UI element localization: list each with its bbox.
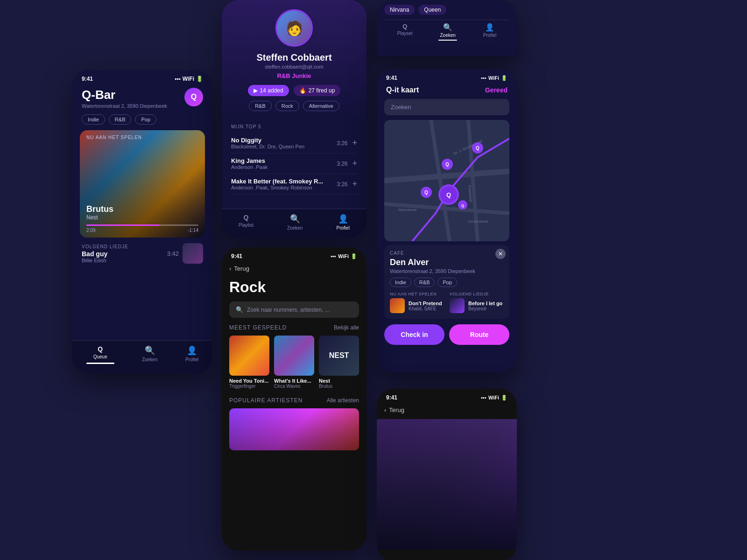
vtag-indie[interactable]: Indie: [390, 278, 411, 287]
genre-rock[interactable]: Rock: [275, 101, 299, 111]
svg-text:Nanostraat: Nanostraat: [398, 208, 417, 212]
current-time: 2:09: [86, 228, 95, 233]
album-item-2[interactable]: What's It Like... Circa Waves: [274, 336, 314, 389]
add-btn-1[interactable]: +: [352, 138, 357, 148]
alle-artiesten-link[interactable]: Alle artiesten: [327, 397, 359, 404]
search-placeholder-5: Zoek naar nummers, artiesten, ...: [247, 307, 330, 313]
nav-search-label: Zoeken: [142, 357, 157, 362]
svg-text:Q: Q: [461, 203, 464, 208]
wifi-4: WiFi: [488, 75, 499, 81]
time-4: 9:41: [386, 75, 397, 81]
search-icon: 🔍: [145, 345, 155, 356]
hero-overlay: [377, 419, 517, 550]
track-row-1: No Diggity Blackstreet, Dr. Dre, Queen P…: [231, 133, 357, 154]
nav-profile[interactable]: 👤 Profiel: [185, 345, 198, 364]
nav2-search[interactable]: 🔍 Zoeken: [287, 214, 303, 231]
back-btn-5[interactable]: ‹ Terug: [222, 262, 366, 276]
track-right-2: 3:26 +: [337, 159, 357, 168]
back-btn-6[interactable]: ‹ Terug: [377, 404, 517, 419]
album-item-1[interactable]: Need You Toni... Triggerfinger: [229, 336, 269, 389]
search-icon-5: 🔍: [236, 306, 243, 313]
vtag-rnb[interactable]: R&B: [414, 278, 435, 287]
nav-queue-label: Queue: [93, 354, 107, 359]
playset-icon: Q: [402, 23, 407, 30]
next-thumb: [183, 243, 203, 264]
track-name-1: No Diggity: [231, 137, 304, 144]
artist-hero: [377, 419, 517, 550]
phone-qbar: 9:41 ▪▪▪ WiFi 🔋 Q-Bar Watertorenstraat 2…: [72, 70, 212, 373]
wifi-icon: WiFi: [183, 76, 194, 82]
search-icon-2: 🔍: [290, 214, 300, 224]
search-input-5[interactable]: 🔍 Zoek naar nummers, artiesten, ...: [229, 301, 359, 318]
nav2-profile[interactable]: 👤 Profiel: [337, 214, 350, 231]
map-search[interactable]: Zoeken: [384, 99, 509, 115]
svg-text:Q: Q: [476, 146, 479, 151]
nav-queue[interactable]: Q Queue: [86, 345, 114, 364]
track-dur-2: 3:26: [337, 161, 347, 167]
avatar-image: 🧑: [277, 11, 311, 45]
status-bar-6: 9:41 ▪▪▪ WiFi 🔋: [377, 389, 517, 404]
vtrack-next-label: VOLGEND LIEDJE: [450, 292, 504, 296]
add-btn-3[interactable]: +: [352, 179, 357, 189]
nav-search[interactable]: 🔍 Zoeken: [142, 345, 157, 364]
checkin-button[interactable]: Check in: [384, 324, 444, 345]
progress-fill: [86, 224, 159, 226]
track-info-2: King James Anderson .Paak: [231, 157, 268, 170]
next-label: VOLGEND LIEDJE: [82, 244, 128, 249]
venue-address: Watertorenstraat 2, 3590 Diepenbeek: [82, 103, 167, 109]
profile-badge: R&B Junkie: [231, 72, 357, 79]
bekijk-alle-link[interactable]: Bekijk alle: [334, 324, 359, 331]
playlist-icon: Q: [243, 214, 248, 221]
back-chevron-5: ‹: [229, 265, 231, 272]
now-playing-overlay: NU AAN HET SPELEN Brutus Nest 2:09 -1:14: [80, 130, 205, 238]
current-artist: Nest: [86, 214, 198, 221]
genre-alternative[interactable]: Alternative: [303, 101, 339, 111]
user-avatar[interactable]: Q: [184, 88, 203, 106]
close-venue-btn[interactable]: ✕: [495, 249, 506, 259]
phone-rock-search: 9:41 ▪▪▪ WiFi 🔋 ‹ Terug Rock 🔍 Zoek naar…: [222, 247, 366, 551]
nav3-playset[interactable]: Q Playset: [397, 23, 413, 41]
svg-text:Q: Q: [445, 162, 449, 167]
track-artists-2: Anderson .Paak: [231, 164, 268, 170]
venue-next-playing: VOLGEND LIEDJE Before I let go Beyoncé: [450, 292, 504, 313]
remaining-time: -1:14: [188, 228, 198, 233]
vtag-pop[interactable]: Pop: [437, 278, 457, 287]
album-art-3: NEST: [319, 336, 359, 376]
tag-pop[interactable]: Pop: [135, 114, 156, 125]
route-button[interactable]: Route: [449, 324, 509, 345]
hero-background: [377, 419, 517, 550]
vtrack-next-artist: Beyoncé: [468, 306, 502, 311]
next-thumb-art: [183, 243, 203, 264]
track-name-2: King James: [231, 157, 268, 164]
stat-added: ▶ 14 added: [248, 85, 289, 96]
artists-image: [229, 408, 359, 450]
svg-text:Q: Q: [424, 190, 428, 195]
svg-text:Keizerstraat: Keizerstraat: [468, 219, 488, 224]
progress-bar[interactable]: [86, 224, 198, 226]
time-6: 9:41: [386, 394, 397, 401]
vtrack-now-name: Don't Pretend: [409, 301, 442, 306]
phone-map: 9:41 ▪▪▪ WiFi 🔋 Q-it kaart Gereed Zoeken…: [377, 69, 517, 372]
venue-header: Q-Bar Watertorenstraat 2, 3590 Diepenbee…: [72, 84, 212, 114]
artist-queen[interactable]: Queen: [418, 5, 446, 15]
nav2-playlist[interactable]: Q Playlist: [239, 214, 254, 231]
album-name-2: What's It Like...: [274, 378, 314, 384]
back-chevron-6: ‹: [384, 406, 386, 413]
genre-rnb[interactable]: R&B: [249, 101, 272, 111]
now-playing-card: NU AAN HET SPELEN Brutus Nest 2:09 -1:14: [80, 130, 205, 238]
artist-nirvana[interactable]: Nirvana: [384, 5, 415, 15]
add-btn-2[interactable]: +: [352, 159, 357, 168]
track-info-3: Make It Better (feat. Smokey R... Anders…: [231, 178, 323, 190]
now-playing-label: NU AAN HET SPELEN: [86, 135, 198, 140]
vtrack-thumb-next: [450, 298, 465, 313]
nav3-zoeken[interactable]: 🔍 Zoeken: [438, 23, 457, 41]
tag-rnb[interactable]: R&B: [109, 114, 132, 125]
artists-figures: [229, 408, 359, 450]
vtrack-next-name: Before I let go: [468, 301, 502, 306]
album-item-3[interactable]: NEST Nest Brutus: [319, 336, 359, 389]
nav3-indicator: [438, 40, 457, 41]
nav3-profiel[interactable]: 👤 Profiel: [483, 23, 496, 41]
gereed-btn[interactable]: Gereed: [485, 86, 507, 94]
tag-indie[interactable]: Indie: [82, 114, 105, 125]
wifi-5: WiFi: [338, 253, 349, 259]
